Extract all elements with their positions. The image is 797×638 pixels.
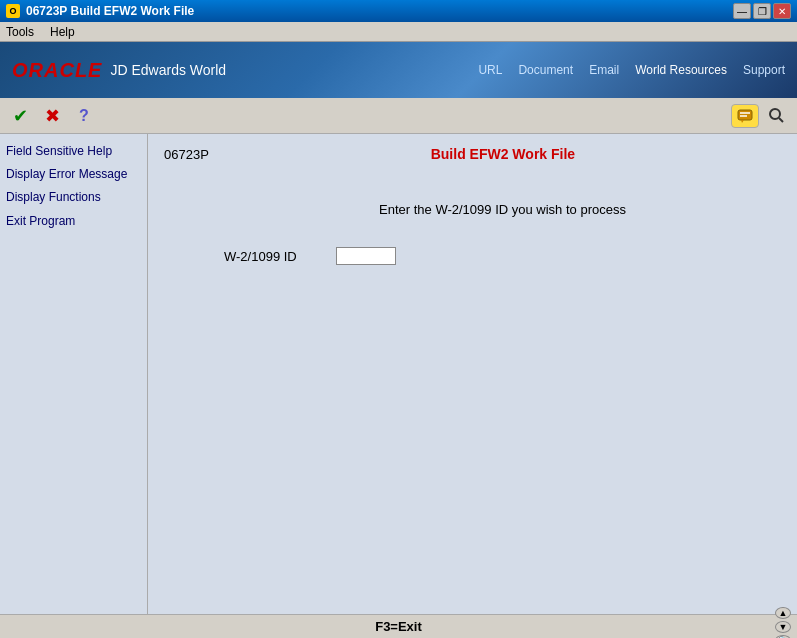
toolbar: ✔ ✖ ? — [0, 98, 797, 134]
svg-point-4 — [770, 109, 780, 119]
main-area: Field Sensitive Help Display Error Messa… — [0, 134, 797, 614]
window-title: 06723P Build EFW2 Work File — [26, 4, 194, 18]
field-row: W-2/1099 ID — [164, 247, 781, 265]
sidebar-field-sensitive-help[interactable]: Field Sensitive Help — [6, 142, 141, 161]
title-bar: O 06723P Build EFW2 Work File — ❐ ✕ — [0, 0, 797, 22]
svg-line-5 — [779, 118, 783, 122]
status-bar: F3=Exit ▲ ▼ 🔍 — [0, 614, 797, 638]
header-banner: ORACLE JD Edwards World URL Document Ema… — [0, 42, 797, 98]
window-controls: — ❐ ✕ — [733, 3, 791, 19]
form-title: Build EFW2 Work File — [225, 146, 781, 162]
app-icon: O — [6, 4, 20, 18]
close-button[interactable]: ✕ — [773, 3, 791, 19]
scroll-icons: ▲ ▼ 🔍 — [775, 615, 791, 638]
menu-bar: Tools Help — [0, 22, 797, 42]
nav-support[interactable]: Support — [743, 63, 785, 77]
oracle-logo: ORACLE JD Edwards World — [12, 59, 226, 82]
check-icon: ✔ — [13, 105, 28, 127]
nav-email[interactable]: Email — [589, 63, 619, 77]
scroll-down-button[interactable]: ▼ — [775, 621, 791, 633]
toolbar-right — [731, 104, 789, 128]
search-icon — [769, 108, 785, 124]
minimize-button[interactable]: — — [733, 3, 751, 19]
chat-button[interactable] — [731, 104, 759, 128]
form-body: Enter the W-2/1099 ID you wish to proces… — [164, 182, 781, 285]
w2-field-label: W-2/1099 ID — [224, 249, 324, 264]
nav-world-resources[interactable]: World Resources — [635, 63, 727, 77]
menu-tools[interactable]: Tools — [6, 25, 34, 39]
x-icon: ✖ — [45, 105, 60, 127]
w2-id-input[interactable] — [336, 247, 396, 265]
sidebar-display-error-message[interactable]: Display Error Message — [6, 165, 141, 184]
nav-url[interactable]: URL — [478, 63, 502, 77]
scroll-up-button[interactable]: ▲ — [775, 607, 791, 619]
svg-rect-0 — [738, 110, 752, 120]
instruction-text: Enter the W-2/1099 ID you wish to proces… — [164, 202, 781, 217]
chat-icon — [737, 109, 753, 123]
sidebar-display-functions[interactable]: Display Functions — [6, 188, 141, 207]
restore-button[interactable]: ❐ — [753, 3, 771, 19]
nav-document[interactable]: Document — [518, 63, 573, 77]
f3-exit-label: F3=Exit — [375, 619, 422, 634]
cancel-button[interactable]: ✖ — [40, 104, 64, 128]
nav-links: URL Document Email World Resources Suppo… — [478, 63, 785, 77]
menu-help[interactable]: Help — [50, 25, 75, 39]
content-area: 06723P Build EFW2 Work File Enter the W-… — [148, 134, 797, 614]
program-title-row: 06723P Build EFW2 Work File — [164, 146, 781, 162]
search-button[interactable] — [765, 104, 789, 128]
help-button[interactable]: ? — [72, 104, 96, 128]
oracle-text: ORACLE — [12, 59, 102, 82]
confirm-button[interactable]: ✔ — [8, 104, 32, 128]
sidebar: Field Sensitive Help Display Error Messa… — [0, 134, 148, 614]
svg-marker-1 — [741, 120, 744, 123]
program-id: 06723P — [164, 147, 209, 162]
help-icon: ? — [79, 107, 89, 125]
jde-text: JD Edwards World — [110, 62, 226, 78]
sidebar-exit-program[interactable]: Exit Program — [6, 212, 141, 231]
